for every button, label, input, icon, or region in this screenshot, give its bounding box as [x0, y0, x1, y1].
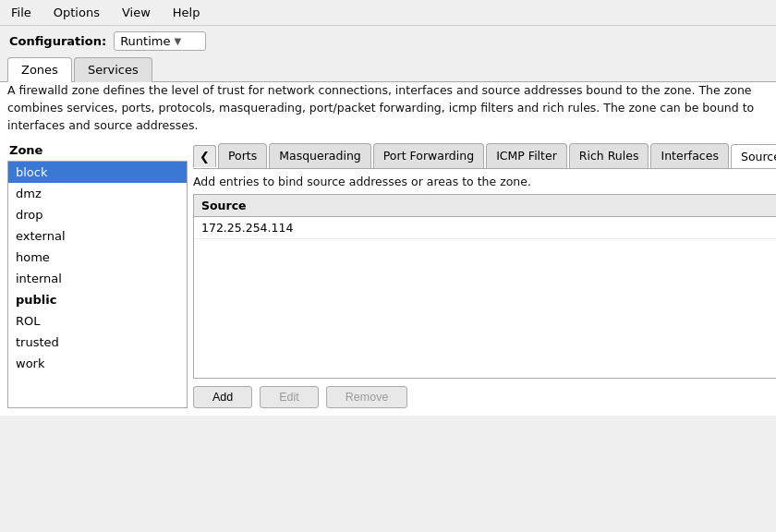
subtab-icmp-filter[interactable]: ICMP Filter: [486, 143, 567, 168]
source-table: Source 172.25.254.114: [193, 194, 776, 379]
menu-file[interactable]: File: [7, 4, 35, 21]
zone-item-drop[interactable]: drop: [8, 204, 187, 225]
tab-zones[interactable]: Zones: [7, 57, 72, 82]
config-label: Configuration:: [9, 34, 106, 48]
zone-item-block[interactable]: block: [8, 162, 187, 183]
subtab-sources[interactable]: Sources: [731, 144, 776, 168]
menubar: File Options View Help: [0, 0, 776, 26]
zone-item-external[interactable]: external: [8, 225, 187, 247]
subtabs-container: Ports Masquerading Port Forwarding ICMP …: [218, 143, 776, 168]
add-button[interactable]: Add: [193, 386, 252, 408]
zone-item-work[interactable]: work: [8, 353, 187, 374]
zone-section-title: Zone: [7, 143, 188, 157]
zone-item-trusted[interactable]: trusted: [8, 332, 187, 353]
zone-item-home[interactable]: home: [8, 247, 187, 268]
zone-item-public[interactable]: public: [8, 289, 187, 310]
subtab-rich-rules[interactable]: Rich Rules: [569, 143, 649, 168]
zone-item-dmz[interactable]: dmz: [8, 183, 187, 204]
edit-button[interactable]: Edit: [260, 386, 319, 408]
subtabs-scroll-left[interactable]: ❮: [193, 145, 216, 167]
source-description: Add entries to bind source addresses or …: [193, 175, 776, 188]
main-tabs: Zones Services: [0, 56, 776, 82]
content-area: A firewalld zone defines the level of tr…: [0, 82, 776, 416]
source-row-0[interactable]: 172.25.254.114: [194, 217, 776, 239]
subtabs-wrapper: ❮ Ports Masquerading Port Forwarding ICM…: [193, 143, 776, 169]
tab-services[interactable]: Services: [74, 57, 152, 82]
config-dropdown[interactable]: Runtime ▼: [114, 31, 206, 51]
zone-description: A firewalld zone defines the level of tr…: [7, 82, 769, 134]
menu-help[interactable]: Help: [169, 4, 204, 21]
zone-item-internal[interactable]: internal: [8, 268, 187, 289]
zone-section: Zone block dmz drop external home intern…: [7, 143, 188, 408]
menu-view[interactable]: View: [118, 4, 154, 21]
menu-options[interactable]: Options: [50, 4, 103, 21]
right-panel: ❮ Ports Masquerading Port Forwarding ICM…: [193, 143, 776, 408]
subtab-masquerading[interactable]: Masquerading: [269, 143, 371, 168]
subtab-ports[interactable]: Ports: [218, 143, 267, 168]
remove-button[interactable]: Remove: [326, 386, 408, 408]
zone-panel: Zone block dmz drop external home intern…: [7, 143, 769, 408]
source-table-header: Source: [194, 195, 776, 217]
config-row: Configuration: Runtime ▼: [0, 26, 776, 56]
zone-item-rol[interactable]: ROL: [8, 310, 187, 332]
subtab-port-forwarding[interactable]: Port Forwarding: [373, 143, 484, 168]
subtab-interfaces[interactable]: Interfaces: [650, 143, 728, 168]
zone-list: block dmz drop external home internal pu…: [7, 161, 188, 408]
config-value: Runtime: [120, 34, 170, 48]
action-buttons: Add Edit Remove: [193, 386, 776, 408]
dropdown-arrow-icon: ▼: [174, 36, 181, 46]
